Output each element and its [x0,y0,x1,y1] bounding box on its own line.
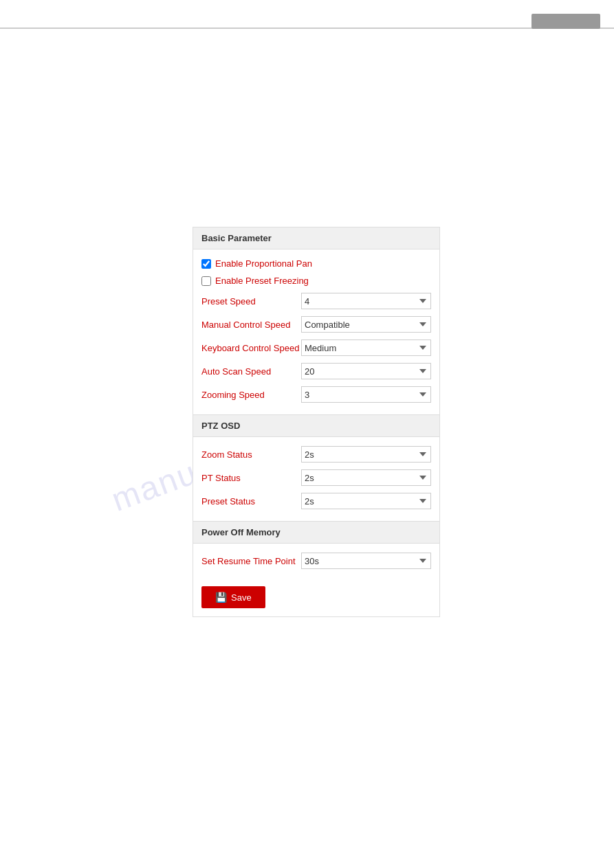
preset-speed-row: Preset Speed 4 1 2 3 5 6 7 8 [201,289,431,313]
power-off-memory-title: Power Off Memory [201,527,281,537]
top-bar [0,27,614,29]
top-bar-button[interactable] [531,14,600,29]
auto-scan-speed-row: Auto Scan Speed 5 10 15 20 25 30 35 40 [201,359,431,383]
zooming-speed-row: Zooming Speed 1 2 3 4 5 [201,383,431,406]
keyboard-control-speed-select[interactable]: Low Medium High [301,340,431,356]
ptz-osd-body: Zoom Status 2s 5s 10s OFF PT Status 2s 5… [193,437,439,518]
preset-status-label: Preset Status [201,496,301,507]
basic-parameter-title: Basic Parameter [201,233,272,243]
zoom-status-label: Zoom Status [201,449,301,460]
basic-parameter-header: Basic Parameter [193,227,439,249]
enable-preset-freezing-label[interactable]: Enable Preset Freezing [215,276,309,286]
preset-speed-label: Preset Speed [201,296,301,307]
manual-control-speed-label: Manual Control Speed [201,320,301,330]
basic-parameter-form: Basic Parameter Enable Proportional Pan … [193,227,440,617]
enable-preset-freezing-checkbox[interactable] [201,276,211,286]
basic-parameter-body: Enable Proportional Pan Enable Preset Fr… [193,249,439,412]
zooming-speed-label: Zooming Speed [201,390,301,400]
manual-control-speed-select[interactable]: Compatible Pedestrian Non-motor Vehicle … [301,316,431,333]
preset-status-select[interactable]: 2s 5s 10s OFF [301,493,431,509]
pt-status-label: PT Status [201,473,301,483]
pt-status-row: PT Status 2s 5s 10s OFF [201,466,431,489]
auto-scan-speed-select[interactable]: 5 10 15 20 25 30 35 40 [301,363,431,379]
save-icon: 💾 [215,592,227,603]
enable-preset-freezing-row: Enable Preset Freezing [201,272,431,289]
ptz-osd-title: PTZ OSD [201,421,240,431]
preset-status-row: Preset Status 2s 5s 10s OFF [201,489,431,513]
ptz-osd-header: PTZ OSD [193,415,439,437]
pt-status-select[interactable]: 2s 5s 10s OFF [301,469,431,486]
save-button[interactable]: 💾 Save [201,586,265,608]
set-resume-time-point-select[interactable]: 30s 60s 120s 300s [301,553,431,569]
power-off-memory-header: Power Off Memory [193,522,439,544]
auto-scan-speed-label: Auto Scan Speed [201,366,301,377]
preset-speed-select[interactable]: 4 1 2 3 5 6 7 8 [301,293,431,309]
set-resume-time-point-row: Set Resume Time Point 30s 60s 120s 300s [201,549,431,572]
enable-proportional-pan-label[interactable]: Enable Proportional Pan [215,258,312,269]
manual-control-speed-row: Manual Control Speed Compatible Pedestri… [201,313,431,336]
enable-proportional-pan-checkbox[interactable] [201,259,211,269]
keyboard-control-speed-row: Keyboard Control Speed Low Medium High [201,336,431,359]
zoom-status-row: Zoom Status 2s 5s 10s OFF [201,443,431,466]
zooming-speed-select[interactable]: 1 2 3 4 5 [301,386,431,403]
enable-proportional-pan-row: Enable Proportional Pan [201,255,431,272]
set-resume-time-point-label: Set Resume Time Point [201,556,301,566]
save-row: 💾 Save [193,578,439,616]
save-label: Save [231,592,252,603]
keyboard-control-speed-label: Keyboard Control Speed [201,343,301,353]
power-off-memory-body: Set Resume Time Point 30s 60s 120s 300s [193,544,439,578]
zoom-status-select[interactable]: 2s 5s 10s OFF [301,446,431,463]
